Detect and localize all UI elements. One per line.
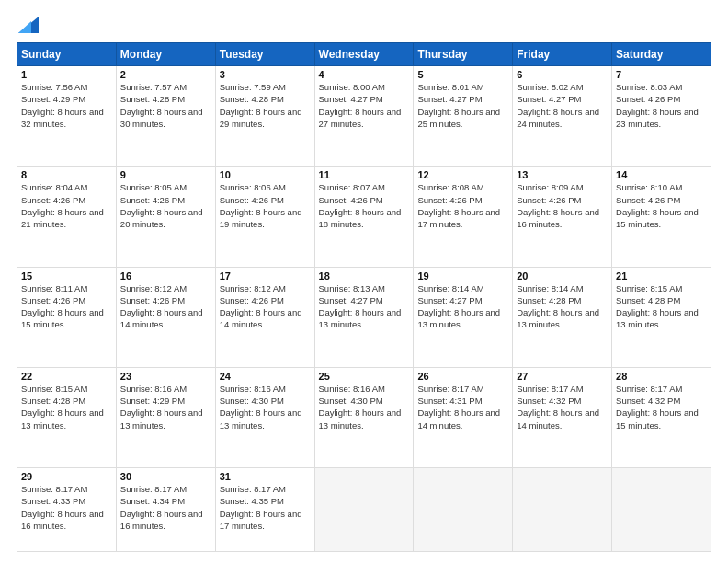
table-row: 5Sunrise: 8:01 AMSunset: 4:27 PMDaylight… (414, 66, 513, 167)
sunset: Sunset: 4:28 PM (220, 94, 284, 104)
day-info: Sunrise: 8:01 AMSunset: 4:27 PMDaylight:… (417, 81, 508, 130)
daylight: Daylight: 8 hours and 24 minutes. (517, 107, 599, 129)
sunset: Sunset: 4:26 PM (21, 295, 85, 305)
sunrise: Sunrise: 8:05 AM (120, 182, 187, 192)
sunset: Sunset: 4:32 PM (517, 396, 581, 406)
day-info: Sunrise: 8:12 AMSunset: 4:26 PMDaylight:… (120, 282, 211, 331)
sunset: Sunset: 4:27 PM (319, 295, 383, 305)
table-row: 15Sunrise: 8:11 AMSunset: 4:26 PMDayligh… (17, 267, 117, 367)
sunrise: Sunrise: 8:17 AM (21, 484, 87, 494)
daylight: Daylight: 8 hours and 29 minutes. (220, 107, 302, 129)
day-number: 25 (319, 371, 410, 382)
sunset: Sunset: 4:30 PM (220, 396, 284, 406)
table-row: 8Sunrise: 8:04 AMSunset: 4:26 PMDaylight… (17, 167, 117, 267)
sunset: Sunset: 4:28 PM (120, 94, 185, 104)
sunset: Sunset: 4:27 PM (417, 94, 482, 104)
daylight: Daylight: 8 hours and 13 minutes. (220, 408, 302, 430)
table-row: 26Sunrise: 8:17 AMSunset: 4:31 PMDayligh… (414, 367, 513, 467)
table-row: 3Sunrise: 7:59 AMSunset: 4:28 PMDaylight… (215, 66, 314, 167)
logo-icon (18, 17, 39, 33)
day-info: Sunrise: 8:16 AMSunset: 4:30 PMDaylight:… (220, 383, 311, 431)
table-row: 23Sunrise: 8:16 AMSunset: 4:29 PMDayligh… (116, 367, 215, 467)
table-row: 2Sunrise: 7:57 AMSunset: 4:28 PMDaylight… (116, 66, 215, 167)
sunset: Sunset: 4:26 PM (220, 195, 284, 205)
table-row: 1Sunrise: 7:56 AMSunset: 4:29 PMDaylight… (17, 66, 117, 167)
day-info: Sunrise: 8:00 AMSunset: 4:27 PMDaylight:… (319, 81, 410, 130)
table-row (513, 468, 612, 552)
sunset: Sunset: 4:26 PM (616, 195, 680, 205)
day-info: Sunrise: 8:12 AMSunset: 4:26 PMDaylight:… (220, 282, 311, 331)
day-info: Sunrise: 8:13 AMSunset: 4:27 PMDaylight:… (319, 282, 410, 331)
day-info: Sunrise: 8:14 AMSunset: 4:28 PMDaylight:… (517, 282, 608, 331)
day-number: 4 (319, 69, 410, 80)
day-info: Sunrise: 8:04 AMSunset: 4:26 PMDaylight:… (21, 181, 112, 230)
sunset: Sunset: 4:27 PM (319, 94, 383, 104)
daylight: Daylight: 8 hours and 27 minutes. (319, 107, 402, 129)
day-number: 30 (120, 471, 211, 482)
sunrise: Sunrise: 8:04 AM (21, 182, 87, 192)
daylight: Daylight: 8 hours and 14 minutes. (417, 408, 500, 430)
sunrise: Sunrise: 8:12 AM (220, 283, 286, 293)
daylight: Daylight: 8 hours and 15 minutes. (21, 307, 104, 329)
day-number: 6 (517, 69, 608, 80)
sunset: Sunset: 4:26 PM (417, 195, 482, 205)
sunset: Sunset: 4:26 PM (120, 295, 185, 305)
day-info: Sunrise: 8:11 AMSunset: 4:26 PMDaylight:… (21, 282, 112, 331)
daylight: Daylight: 8 hours and 19 minutes. (220, 207, 302, 229)
week-row: 1Sunrise: 7:56 AMSunset: 4:29 PMDaylight… (17, 66, 711, 167)
table-row: 10Sunrise: 8:06 AMSunset: 4:26 PMDayligh… (215, 167, 314, 267)
sunrise: Sunrise: 8:15 AM (21, 384, 87, 394)
daylight: Daylight: 8 hours and 16 minutes. (120, 509, 203, 531)
week-row: 8Sunrise: 8:04 AMSunset: 4:26 PMDaylight… (17, 167, 711, 267)
sunrise: Sunrise: 8:15 AM (616, 283, 682, 293)
sunrise: Sunrise: 7:57 AM (120, 82, 187, 92)
day-number: 27 (517, 371, 608, 382)
sunrise: Sunrise: 8:14 AM (417, 283, 483, 293)
table-row: 14Sunrise: 8:10 AMSunset: 4:26 PMDayligh… (612, 167, 711, 267)
sunrise: Sunrise: 8:00 AM (319, 82, 385, 92)
day-number: 12 (417, 169, 508, 180)
day-info: Sunrise: 7:57 AMSunset: 4:28 PMDaylight:… (120, 81, 211, 130)
day-info: Sunrise: 8:17 AMSunset: 4:32 PMDaylight:… (517, 383, 608, 431)
day-info: Sunrise: 8:15 AMSunset: 4:28 PMDaylight:… (21, 383, 112, 431)
table-row: 18Sunrise: 8:13 AMSunset: 4:27 PMDayligh… (314, 267, 414, 367)
day-info: Sunrise: 8:17 AMSunset: 4:33 PMDaylight:… (21, 483, 112, 532)
day-info: Sunrise: 8:17 AMSunset: 4:32 PMDaylight:… (616, 383, 707, 431)
table-row: 22Sunrise: 8:15 AMSunset: 4:28 PMDayligh… (17, 367, 117, 467)
table-row: 6Sunrise: 8:02 AMSunset: 4:27 PMDaylight… (513, 66, 612, 167)
sunrise: Sunrise: 8:17 AM (120, 484, 187, 494)
sunset: Sunset: 4:29 PM (120, 396, 185, 406)
table-row: 20Sunrise: 8:14 AMSunset: 4:28 PMDayligh… (513, 267, 612, 367)
day-number: 18 (319, 270, 410, 282)
day-number: 15 (21, 270, 112, 282)
daylight: Daylight: 8 hours and 13 minutes. (517, 307, 599, 329)
table-row (414, 468, 513, 552)
sunrise: Sunrise: 8:17 AM (517, 384, 583, 394)
table-row: 16Sunrise: 8:12 AMSunset: 4:26 PMDayligh… (116, 267, 215, 367)
calendar-table: SundayMondayTuesdayWednesdayThursdayFrid… (17, 42, 711, 552)
daylight: Daylight: 8 hours and 14 minutes. (517, 408, 599, 430)
day-info: Sunrise: 8:03 AMSunset: 4:26 PMDaylight:… (616, 81, 707, 130)
day-info: Sunrise: 8:15 AMSunset: 4:28 PMDaylight:… (616, 282, 707, 331)
week-row: 22Sunrise: 8:15 AMSunset: 4:28 PMDayligh… (17, 367, 711, 467)
table-row (314, 468, 414, 552)
day-info: Sunrise: 8:16 AMSunset: 4:29 PMDaylight:… (120, 383, 211, 431)
table-row: 9Sunrise: 8:05 AMSunset: 4:26 PMDaylight… (116, 167, 215, 267)
day-info: Sunrise: 8:06 AMSunset: 4:26 PMDaylight:… (220, 181, 311, 230)
sunset: Sunset: 4:32 PM (616, 396, 680, 406)
day-number: 31 (220, 471, 311, 482)
day-number: 1 (21, 69, 112, 80)
table-row: 31Sunrise: 8:17 AMSunset: 4:35 PMDayligh… (215, 468, 314, 552)
sunrise: Sunrise: 8:16 AM (319, 384, 385, 394)
day-info: Sunrise: 8:17 AMSunset: 4:35 PMDaylight:… (220, 483, 311, 532)
day-number: 21 (616, 270, 707, 282)
table-row: 24Sunrise: 8:16 AMSunset: 4:30 PMDayligh… (215, 367, 314, 467)
table-row: 11Sunrise: 8:07 AMSunset: 4:26 PMDayligh… (314, 167, 414, 267)
day-info: Sunrise: 8:14 AMSunset: 4:27 PMDaylight:… (417, 282, 508, 331)
day-info: Sunrise: 8:07 AMSunset: 4:26 PMDaylight:… (319, 181, 410, 230)
logo-text (17, 17, 39, 33)
day-number: 3 (220, 69, 311, 80)
daylight: Daylight: 8 hours and 14 minutes. (220, 307, 302, 329)
col-header-friday: Friday (513, 43, 612, 66)
day-number: 13 (517, 169, 608, 180)
